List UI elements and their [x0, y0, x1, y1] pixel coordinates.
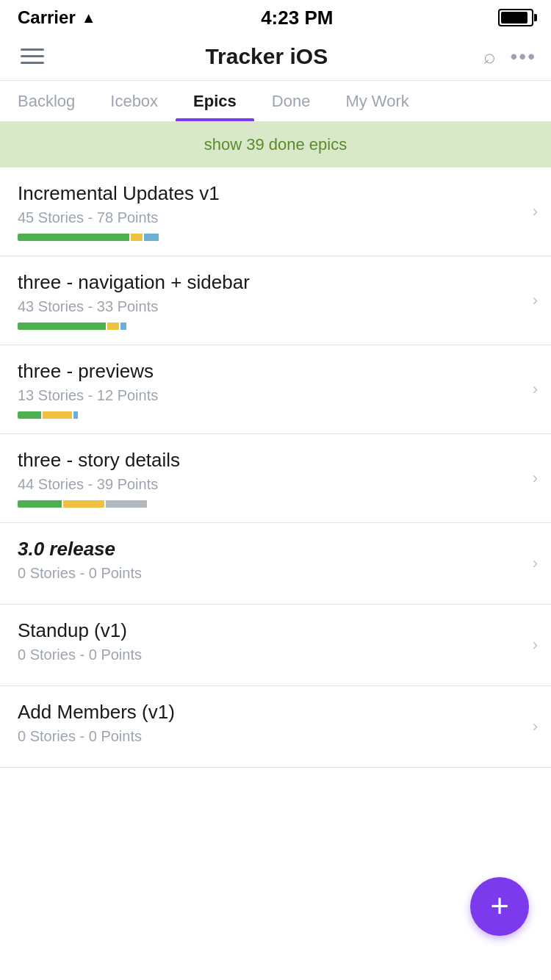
tab-mywork[interactable]: My Work — [328, 81, 426, 121]
epic-item[interactable]: three - story details 44 Stories - 39 Po… — [0, 434, 551, 523]
epic-meta: 13 Stories - 12 Points — [18, 387, 514, 404]
header-actions: ⌕ ••• — [483, 45, 536, 68]
battery-icon — [498, 9, 533, 26]
epic-list: Incremental Updates v1 45 Stories - 78 P… — [0, 167, 551, 768]
progress-segment-yellow — [131, 234, 143, 241]
epic-title: three - story details — [18, 449, 514, 472]
epic-meta: 0 Stories - 0 Points — [18, 646, 514, 663]
chevron-right-icon: › — [533, 554, 538, 573]
progress-segment-blue — [73, 411, 78, 419]
progress-segment-green — [18, 500, 62, 508]
carrier-label: Carrier ▲ — [18, 7, 96, 28]
progress-bar — [18, 323, 514, 330]
add-epic-button[interactable]: + — [470, 877, 529, 936]
epic-item[interactable]: three - previews 13 Stories - 12 Points … — [0, 345, 551, 434]
status-time: 4:23 PM — [261, 7, 333, 29]
epic-meta: 0 Stories - 0 Points — [18, 728, 514, 745]
epic-meta: 45 Stories - 78 Points — [18, 209, 514, 226]
tab-icebox[interactable]: Icebox — [93, 81, 176, 121]
progress-bar — [18, 411, 514, 419]
epic-title: Add Members (v1) — [18, 701, 514, 724]
done-epics-banner[interactable]: show 39 done epics — [0, 122, 551, 167]
more-icon[interactable]: ••• — [511, 45, 536, 68]
epic-meta: 43 Stories - 33 Points — [18, 298, 514, 315]
epic-item[interactable]: Incremental Updates v1 45 Stories - 78 P… — [0, 167, 551, 256]
chevron-right-icon: › — [533, 635, 538, 655]
chevron-right-icon: › — [533, 717, 538, 736]
epic-meta: 44 Stories - 39 Points — [18, 476, 514, 493]
progress-segment-blue — [120, 323, 126, 330]
app-title: Tracker iOS — [205, 44, 328, 69]
epic-item[interactable]: Add Members (v1) 0 Stories - 0 Points › — [0, 686, 551, 768]
progress-segment-green — [18, 323, 106, 330]
epic-item[interactable]: three - navigation + sidebar 43 Stories … — [0, 256, 551, 345]
epic-title: three - navigation + sidebar — [18, 271, 514, 294]
menu-button[interactable] — [15, 43, 50, 70]
app-header: Tracker iOS ⌕ ••• — [0, 32, 551, 81]
progress-bar — [18, 234, 514, 241]
progress-bar — [18, 500, 514, 508]
progress-segment-yellow — [107, 323, 119, 330]
epic-title: 3.0 release — [18, 538, 514, 561]
epic-title: Standup (v1) — [18, 619, 514, 642]
progress-segment-yellow — [43, 411, 72, 419]
progress-segment-green — [18, 234, 129, 241]
status-bar: Carrier ▲ 4:23 PM — [0, 0, 551, 32]
progress-segment-green — [18, 411, 41, 419]
chevron-right-icon: › — [533, 202, 538, 221]
progress-segment-yellow — [63, 500, 104, 508]
chevron-right-icon: › — [533, 469, 538, 488]
progress-segment-blue — [144, 234, 159, 241]
plus-icon: + — [490, 890, 509, 922]
epic-title: Incremental Updates v1 — [18, 182, 514, 205]
wifi-icon: ▲ — [82, 10, 96, 26]
epic-item[interactable]: Standup (v1) 0 Stories - 0 Points › — [0, 605, 551, 686]
progress-segment-gray — [106, 500, 147, 508]
chevron-right-icon: › — [533, 291, 538, 310]
search-icon[interactable]: ⌕ — [483, 45, 496, 68]
tab-backlog[interactable]: Backlog — [0, 81, 93, 121]
tab-epics[interactable]: Epics — [176, 81, 254, 121]
chevron-right-icon: › — [533, 380, 538, 399]
epic-meta: 0 Stories - 0 Points — [18, 565, 514, 582]
epic-title: three - previews — [18, 360, 514, 383]
tab-done[interactable]: Done — [254, 81, 328, 121]
tab-bar: Backlog Icebox Epics Done My Work — [0, 81, 551, 122]
epic-item[interactable]: 3.0 release 0 Stories - 0 Points › — [0, 523, 551, 605]
